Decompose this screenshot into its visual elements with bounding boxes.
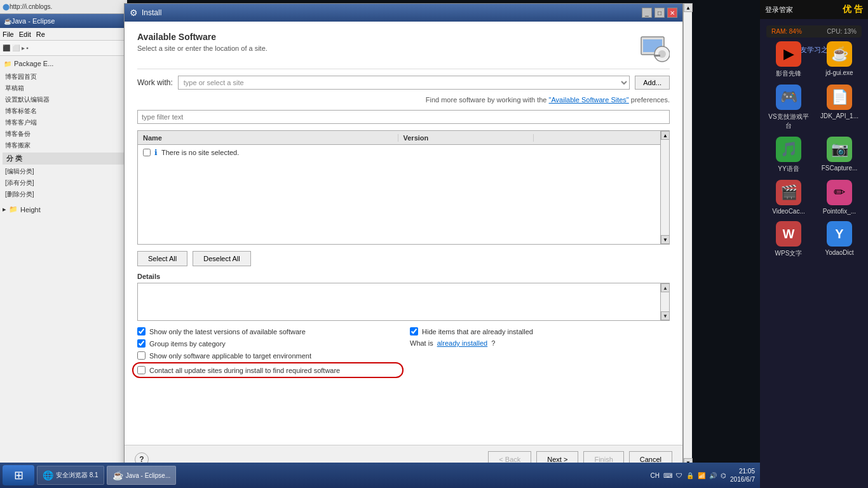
desktop-icon-yy[interactable]: 🎵 YY语音 xyxy=(766,137,811,173)
maximize-button[interactable]: □ xyxy=(654,8,665,18)
available-software-sites-link[interactable]: "Available Software Sites" xyxy=(549,96,629,104)
group-by-category-checkbox[interactable] xyxy=(137,339,146,348)
details-scroll-track xyxy=(661,292,669,311)
checkboxes-left: Show only the latest versions of availab… xyxy=(137,327,397,374)
applicable-software-checkbox[interactable] xyxy=(137,351,146,360)
dialog-title-bar: ⚙ Install _ □ ✕ xyxy=(125,4,682,22)
clock-date: 2016/6/7 xyxy=(730,475,755,484)
applicable-software-label: Show only software applicable to target … xyxy=(149,352,311,360)
eclipse-menu-bar: File Edit Re xyxy=(0,28,126,41)
checkbox-applicable-software: Show only software applicable to target … xyxy=(137,351,397,360)
menu-edit[interactable]: Edit xyxy=(19,30,31,38)
info-icon: ℹ xyxy=(154,148,158,157)
height-arrow: ▸ xyxy=(3,205,6,214)
desktop-icon-pointofix[interactable]: ✏ Pointofix_... xyxy=(817,180,862,215)
hide-installed-checkbox[interactable] xyxy=(410,327,418,336)
group-by-category-label: Group items by category xyxy=(149,340,226,348)
details-section: Details ▲ ▼ xyxy=(137,273,670,321)
scroll-track xyxy=(661,140,669,235)
details-label: Details xyxy=(137,273,670,280)
contact-update-label: Contact all update sites during install … xyxy=(149,367,340,374)
install-dialog: ⚙ Install _ □ ✕ Available Software Selec… xyxy=(124,3,683,473)
tray-icon-5: ⌬ xyxy=(721,472,726,479)
taskbar-eclipse[interactable]: ☕ Java - Eclipse... xyxy=(107,466,177,485)
details-scrollbar[interactable]: ▲ ▼ xyxy=(660,283,669,320)
sidebar-item-homepage[interactable]: 博客园首页 xyxy=(3,71,124,83)
filter-input[interactable] xyxy=(137,110,670,124)
add-button[interactable]: Add... xyxy=(635,76,670,90)
select-all-button[interactable]: Select All xyxy=(137,251,187,266)
desktop-icon-yodao[interactable]: Y YodaoDict xyxy=(817,221,862,258)
desktop-icon-jdgui[interactable]: ☕ jd-gui.exe xyxy=(817,41,862,78)
scroll-up-btn[interactable]: ▲ xyxy=(661,131,670,140)
eclipse-sidebar: 📁 Package E... 博客园首页 草稿箱 设置默认编辑器 博客标签名 博… xyxy=(0,56,126,216)
desktop: 登录管家 优 告 RAM: 84% CPU: 13% 升友学习之旅 ▶ 影音先锋… xyxy=(0,0,868,488)
col-version: Version xyxy=(398,134,534,142)
work-with-wrapper: type or select a site xyxy=(178,76,630,90)
scroll-down-btn[interactable]: ▼ xyxy=(661,235,670,244)
already-installed-row: What is already installed ? xyxy=(410,339,670,347)
height-item[interactable]: ▸ 📁 Height xyxy=(3,205,124,214)
dialog-header-icon xyxy=(638,32,670,64)
clock-time: 21:05 xyxy=(730,467,755,475)
sidebar-item-tag[interactable]: 博客标签名 xyxy=(3,105,124,117)
sidebar-item-move[interactable]: 博客搬家 xyxy=(3,140,124,151)
outer-scroll-up[interactable]: ▲ xyxy=(684,3,693,12)
available-software-subtitle: Select a site or enter the location of a… xyxy=(137,44,268,52)
details-scroll-up[interactable]: ▲ xyxy=(661,283,670,292)
yingyin-label: 影音先锋 xyxy=(776,69,801,78)
windows-icon: ⊞ xyxy=(14,468,24,482)
desktop-icon-fscapture[interactable]: 📷 FSCapture... xyxy=(817,137,862,173)
sidebar-item-edit-cat[interactable]: [编辑分类] xyxy=(3,166,124,177)
user-label: 登录管家 xyxy=(765,5,793,15)
dialog-icon: ⚙ xyxy=(130,8,138,18)
jdk-icon: 📄 xyxy=(827,85,852,110)
desktop-icon-vs[interactable]: 🎮 VS竞技游戏平台 xyxy=(766,85,811,130)
work-with-row: Work with: type or select a site Add... xyxy=(137,76,670,90)
dialog-title-controls: _ □ ✕ xyxy=(642,8,677,18)
sidebar-item-backup[interactable]: 博客备份 xyxy=(3,128,124,140)
details-scroll-down[interactable]: ▼ xyxy=(661,311,670,320)
dialog-outer-scrollbar[interactable]: ▲ ▼ xyxy=(683,3,692,467)
close-button[interactable]: ✕ xyxy=(667,8,677,18)
table-scrollbar[interactable]: ▲ ▼ xyxy=(660,131,669,244)
eclipse-title-text: Java - Eclipse xyxy=(11,17,55,25)
taskbar-browser[interactable]: 🌐 安全浏览器 8.1 xyxy=(37,466,104,485)
sidebar-item-add-cat[interactable]: [添有分类] xyxy=(3,177,124,189)
keyboard-icon: ⌨ xyxy=(663,472,672,479)
desktop-icon-yingyin[interactable]: ▶ 影音先锋 xyxy=(766,41,811,78)
hide-installed-label: Hide items that are already installed xyxy=(422,328,533,336)
menu-file[interactable]: File xyxy=(3,30,14,38)
sidebar-item-editor[interactable]: 设置默认编辑器 xyxy=(3,94,124,105)
work-with-dropdown[interactable]: type or select a site xyxy=(178,76,630,90)
wps-icon: W xyxy=(776,221,801,247)
what-is-text: What is xyxy=(410,339,433,347)
sidebar-item-draft[interactable]: 草稿箱 xyxy=(3,83,124,94)
desktop-icon-videocac[interactable]: 🎬 VideoCac... xyxy=(766,180,811,215)
latest-versions-checkbox[interactable] xyxy=(137,327,146,336)
contact-update-checkbox[interactable] xyxy=(137,366,146,374)
deselect-all-button[interactable]: Deselect All xyxy=(193,251,250,266)
desktop-icon-jdk[interactable]: 📄 JDK_API_1... xyxy=(817,85,862,130)
available-software-title: Available Software xyxy=(137,32,268,42)
height-icon: 📁 xyxy=(9,205,18,214)
menu-re[interactable]: Re xyxy=(36,30,45,38)
minimize-button[interactable]: _ xyxy=(642,8,652,18)
dialog-title-text: Install xyxy=(142,8,161,17)
sidebar-item-del-cat[interactable]: [删除分类] xyxy=(3,189,124,200)
already-installed-link[interactable]: already installed xyxy=(437,339,488,347)
start-button[interactable]: ⊞ xyxy=(3,465,34,485)
table-header: Name Version xyxy=(138,131,669,145)
desktop-icon-wps[interactable]: W WPS文字 xyxy=(766,221,811,258)
yy-icon: 🎵 xyxy=(776,137,801,162)
eclipse-title-bar: ☕ Java - Eclipse xyxy=(0,14,126,28)
desktop-icons-container: ▶ 影音先锋 ☕ jd-gui.exe 🎮 VS竞技游戏平台 📄 JDK_API… xyxy=(760,38,868,261)
outer-scroll-track xyxy=(684,12,692,458)
browser-address-bar: ⬤ http://i.cnblogs. xyxy=(0,0,127,14)
row-checkbox[interactable] xyxy=(143,149,151,156)
videocac-icon: 🎬 xyxy=(776,180,801,205)
jdgui-icon: ☕ xyxy=(827,41,852,67)
tray-icon-3: 📶 xyxy=(698,472,705,479)
sidebar-item-client[interactable]: 博客客户端 xyxy=(3,117,124,128)
yy-label: YY语音 xyxy=(778,165,799,173)
